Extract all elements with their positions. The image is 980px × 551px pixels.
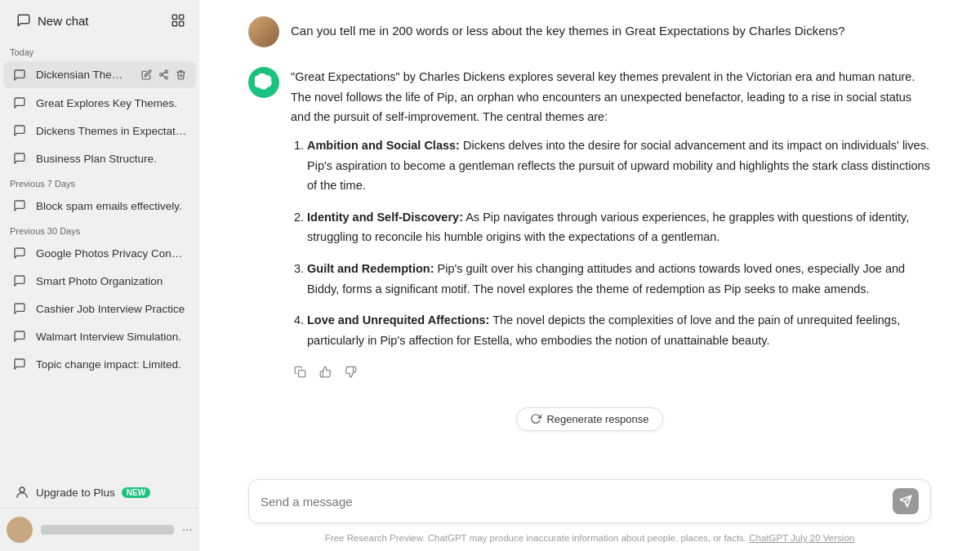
prev30-section-label: Previous 30 Days	[0, 220, 199, 239]
footer-disclaimer: Free Research Preview. ChatGPT may produ…	[325, 533, 746, 543]
upgrade-section: Upgrade to Plus NEW	[0, 475, 199, 508]
sidebar-item-walmart-interview[interactable]: Walmart Interview Simulation.	[3, 323, 196, 349]
svg-line-7	[163, 75, 166, 77]
assistant-content: "Great Expectations" by Charles Dickens …	[291, 67, 931, 381]
user-circle-icon	[15, 485, 29, 500]
sidebar-item-label: Block spam emails effectively.	[36, 200, 188, 212]
more-options-icon[interactable]: ···	[182, 522, 193, 537]
new-badge: NEW	[122, 487, 150, 498]
user-avatar	[248, 16, 279, 47]
sidebar-item-topic-change[interactable]: Topic change impact: Limited.	[3, 351, 196, 377]
sidebar-header: New chat	[0, 0, 199, 41]
user-message-text: Can you tell me in 200 words or less abo…	[291, 16, 845, 41]
chat-icon	[11, 274, 28, 287]
footer-text: Free Research Preview. ChatGPT may produ…	[199, 530, 980, 551]
sidebar-item-label: Topic change impact: Limited.	[36, 358, 188, 371]
sidebar-item-cashier-job[interactable]: Cashier Job Interview Practice	[3, 295, 196, 322]
copy-button[interactable]	[291, 362, 310, 381]
sidebar-item-dickensian-themes[interactable]: Dickensian Themes	[3, 61, 196, 88]
sidebar-item-smart-photo[interactable]: Smart Photo Organization	[3, 268, 196, 294]
prev7-section-label: Previous 7 Days	[0, 172, 199, 192]
chat-messages: Can you tell me in 200 words or less abo…	[199, 0, 980, 471]
svg-rect-3	[180, 22, 184, 26]
sidebar-item-label: Google Photos Privacy Conce...	[36, 247, 188, 260]
today-section-label: Today	[0, 41, 199, 60]
assistant-intro: "Great Expectations" by Charles Dickens …	[291, 67, 931, 127]
theme-3-title: Guilt and Redemption:	[307, 262, 434, 275]
send-button[interactable]	[893, 488, 919, 514]
chat-icon	[11, 358, 28, 371]
svg-point-9	[20, 487, 24, 492]
sidebar-item-label: Great Explores Key Themes.	[36, 97, 188, 109]
svg-rect-10	[299, 370, 305, 376]
theme-1: Ambition and Social Class: Dickens delve…	[307, 136, 931, 196]
svg-line-8	[163, 73, 166, 74]
input-box	[248, 479, 931, 523]
assistant-message: "Great Expectations" by Charles Dickens …	[248, 67, 931, 381]
sidebar-item-label: Business Plan Structure.	[36, 153, 188, 165]
theme-2: Identity and Self-Discovery: As Pip navi…	[307, 207, 931, 247]
sidebar-item-dickens-expectations[interactable]: Dickens Themes in Expectatio...	[3, 118, 196, 144]
share-icon[interactable]	[157, 68, 171, 82]
avatar	[7, 517, 33, 543]
user-name	[41, 525, 174, 535]
theme-1-title: Ambition and Social Class:	[307, 139, 460, 152]
regenerate-bar: Regenerate response	[248, 407, 931, 431]
new-chat-button[interactable]: New chat	[8, 7, 165, 34]
chat-icon	[11, 302, 28, 315]
sidebar-item-label: Smart Photo Organization	[36, 275, 188, 287]
footer-link[interactable]: ChatGPT July 20 Version	[749, 533, 854, 543]
message-input[interactable]	[261, 495, 893, 509]
item-actions	[140, 68, 188, 82]
delete-icon[interactable]	[174, 68, 188, 82]
edit-icon[interactable]	[140, 68, 154, 82]
svg-rect-0	[172, 15, 176, 19]
chat-bubble-icon	[16, 13, 31, 28]
sidebar-item-google-photos[interactable]: Google Photos Privacy Conce...	[3, 240, 196, 266]
chat-icon	[11, 247, 28, 260]
assistant-avatar	[248, 67, 279, 98]
theme-4: Love and Unrequited Affections: The nove…	[307, 310, 931, 350]
sidebar: New chat Today Dickensian Themes	[0, 0, 199, 551]
new-chat-label: New chat	[38, 14, 89, 28]
regenerate-button[interactable]: Regenerate response	[516, 407, 662, 431]
message-actions	[291, 362, 931, 381]
sidebar-item-label: Dickens Themes in Expectatio...	[36, 125, 188, 137]
sidebar-item-business-plan[interactable]: Business Plan Structure.	[3, 145, 196, 171]
svg-rect-2	[172, 22, 176, 26]
upgrade-label: Upgrade to Plus	[36, 487, 115, 499]
chat-icon	[11, 152, 28, 165]
chat-icon	[11, 330, 28, 343]
thumbs-up-button[interactable]	[316, 362, 335, 381]
themes-list: Ambition and Social Class: Dickens delve…	[291, 136, 931, 351]
theme-2-title: Identity and Self-Discovery:	[307, 211, 463, 224]
user-message: Can you tell me in 200 words or less abo…	[248, 16, 931, 47]
sidebar-item-block-spam[interactable]: Block spam emails effectively.	[3, 193, 196, 219]
thumbs-down-button[interactable]	[341, 362, 360, 381]
assistant-text: "Great Expectations" by Charles Dickens …	[291, 67, 931, 351]
main-chat-area: Can you tell me in 200 words or less abo…	[199, 0, 980, 551]
upgrade-to-plus-button[interactable]: Upgrade to Plus NEW	[7, 478, 193, 506]
sidebar-item-great-explores[interactable]: Great Explores Key Themes.	[3, 90, 196, 116]
compose-icon-button[interactable]	[165, 7, 191, 33]
sidebar-item-label: Dickensian Themes	[36, 69, 131, 81]
user-profile-button[interactable]: ···	[0, 508, 199, 551]
chat-icon	[11, 96, 28, 109]
chat-icon	[11, 124, 28, 137]
theme-4-title: Love and Unrequited Affections:	[307, 313, 489, 327]
regenerate-label: Regenerate response	[546, 413, 648, 425]
sidebar-item-label: Walmart Interview Simulation.	[36, 331, 188, 343]
svg-rect-1	[180, 15, 184, 19]
chat-icon	[11, 69, 28, 82]
chat-icon	[11, 199, 28, 212]
input-area	[199, 471, 980, 530]
sidebar-item-label: Cashier Job Interview Practice	[36, 303, 188, 315]
theme-3: Guilt and Redemption: Pip's guilt over h…	[307, 259, 931, 299]
